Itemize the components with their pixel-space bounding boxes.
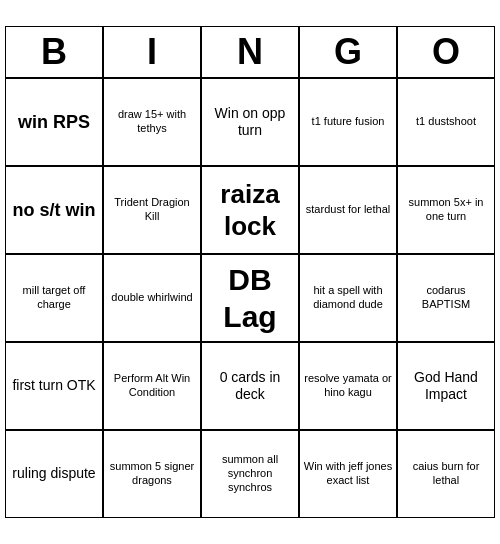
bingo-cell: Win on opp turn bbox=[201, 78, 299, 166]
bingo-cell: resolve yamata or hino kagu bbox=[299, 342, 397, 430]
bingo-cell: 0 cards in deck bbox=[201, 342, 299, 430]
bingo-cell: codarus BAPTISM bbox=[397, 254, 495, 342]
header-letter: G bbox=[299, 26, 397, 78]
bingo-cell: double whirlwind bbox=[103, 254, 201, 342]
bingo-cell: no s/t win bbox=[5, 166, 103, 254]
bingo-card: BINGO win RPSdraw 15+ with tethysWin on … bbox=[5, 26, 495, 518]
bingo-cell: draw 15+ with tethys bbox=[103, 78, 201, 166]
bingo-row: mill target off chargedouble whirlwindDB… bbox=[5, 254, 495, 342]
bingo-cell: summon 5 signer dragons bbox=[103, 430, 201, 518]
bingo-cell: Perform Alt Win Condition bbox=[103, 342, 201, 430]
bingo-row: win RPSdraw 15+ with tethysWin on opp tu… bbox=[5, 78, 495, 166]
bingo-header: BINGO bbox=[5, 26, 495, 78]
bingo-cell: God Hand Impact bbox=[397, 342, 495, 430]
bingo-cell: caius burn for lethal bbox=[397, 430, 495, 518]
bingo-cell: hit a spell with diamond dude bbox=[299, 254, 397, 342]
bingo-cell: mill target off charge bbox=[5, 254, 103, 342]
bingo-cell: Win with jeff jones exact list bbox=[299, 430, 397, 518]
bingo-cell: stardust for lethal bbox=[299, 166, 397, 254]
bingo-cell: summon 5x+ in one turn bbox=[397, 166, 495, 254]
header-letter: I bbox=[103, 26, 201, 78]
bingo-cell: win RPS bbox=[5, 78, 103, 166]
bingo-cell: DB Lag bbox=[201, 254, 299, 342]
bingo-cell: Trident Dragion Kill bbox=[103, 166, 201, 254]
bingo-row: first turn OTKPerform Alt Win Condition0… bbox=[5, 342, 495, 430]
bingo-cell: ruling dispute bbox=[5, 430, 103, 518]
header-letter: O bbox=[397, 26, 495, 78]
bingo-cell: first turn OTK bbox=[5, 342, 103, 430]
bingo-row: ruling disputesummon 5 signer dragonssum… bbox=[5, 430, 495, 518]
bingo-cell: t1 future fusion bbox=[299, 78, 397, 166]
bingo-cell: raiza lock bbox=[201, 166, 299, 254]
bingo-row: no s/t winTrident Dragion Killraiza lock… bbox=[5, 166, 495, 254]
bingo-grid: win RPSdraw 15+ with tethysWin on opp tu… bbox=[5, 78, 495, 518]
bingo-cell: summon all synchron synchros bbox=[201, 430, 299, 518]
bingo-cell: t1 dustshoot bbox=[397, 78, 495, 166]
header-letter: B bbox=[5, 26, 103, 78]
header-letter: N bbox=[201, 26, 299, 78]
